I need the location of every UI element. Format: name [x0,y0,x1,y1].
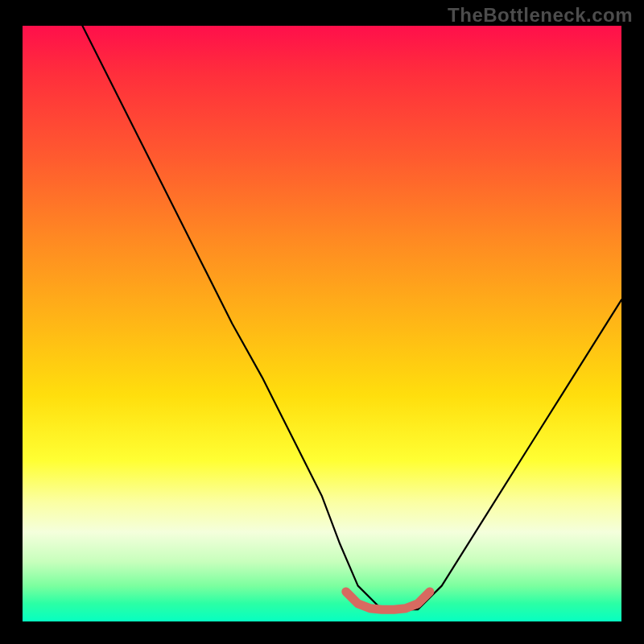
chart-frame: TheBottleneck.com [0,0,644,644]
bottleneck-curve-path [82,26,621,609]
plot-area [23,26,621,621]
optimal-range-path [346,592,430,609]
watermark-text: TheBottleneck.com [448,4,633,27]
curve-layer [23,26,621,621]
